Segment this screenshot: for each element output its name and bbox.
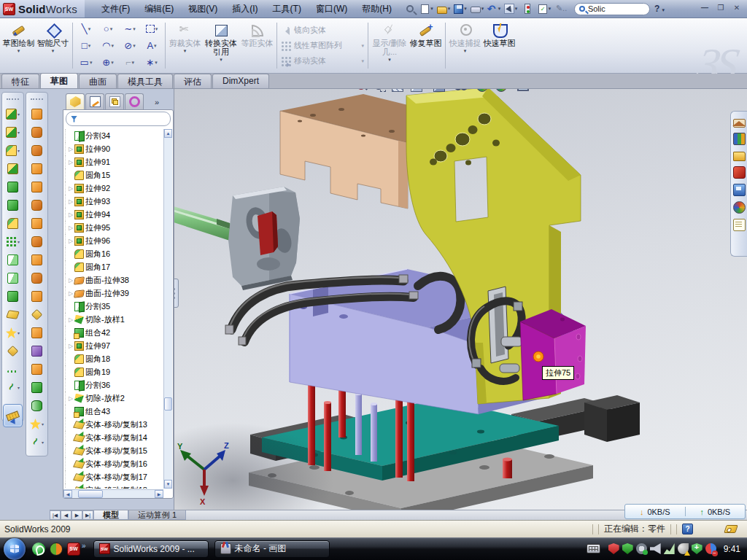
insert-block-magenta[interactable] [520, 309, 586, 400]
offset-surface-button[interactable] [28, 234, 46, 249]
menu-item-4[interactable]: 工具(T) [266, 1, 308, 18]
radiate-surface-button[interactable] [28, 252, 46, 268]
solidworks-resources-home-tab[interactable] [733, 119, 746, 128]
tree-item[interactable]: ▷ 曲面-拉伸38 [65, 273, 163, 287]
tree-item[interactable]: 实体-移动/复制16 [65, 457, 163, 470]
display-style-button[interactable]: ▾ [409, 89, 427, 93]
tray-network-signal-icon[interactable] [664, 543, 675, 554]
zoom-to-area-button[interactable] [373, 89, 386, 93]
tray-volume-speaker-icon[interactable] [650, 543, 661, 554]
tags-icon[interactable] [724, 525, 738, 533]
menu-item-5[interactable]: 窗口(W) [309, 1, 354, 18]
quick-tips-help-icon[interactable]: ? [682, 524, 693, 534]
restore-button[interactable]: ❐ [713, 2, 728, 13]
sketch-button[interactable]: 草图绘制▾ [1, 20, 36, 71]
quicklaunch-media-player-icon[interactable] [50, 542, 63, 556]
ellipse-tool[interactable]: ⊘▾ [119, 37, 141, 54]
corner-rectangle-tool[interactable]: □▾ [75, 37, 97, 54]
help-button[interactable]: ? ▾ [654, 4, 665, 14]
panel-splitter-handle[interactable] [174, 279, 179, 308]
section-view-button[interactable] [390, 89, 405, 93]
file-explorer-tab[interactable] [733, 152, 746, 161]
extruded-boss-button[interactable]: ▾ [4, 106, 22, 122]
view-tab-运动算例 1[interactable]: 运动算例 1 [128, 510, 186, 520]
swept-surface-button[interactable] [28, 143, 46, 158]
tab-nav-prev-button[interactable]: ◀ [61, 510, 71, 520]
close-button[interactable]: ✕ [729, 2, 744, 13]
point-tool[interactable]: ∗▾ [141, 54, 163, 71]
pin-icon[interactable] [403, 2, 417, 15]
open-folder-icon[interactable]: ▾ [436, 2, 451, 15]
new-document-icon[interactable]: ▾ [419, 2, 434, 15]
axis-button[interactable] [4, 362, 22, 377]
tree-item[interactable]: 实体-移动/复制15 [65, 444, 163, 457]
scroll-down-arrow[interactable]: ▼ [164, 480, 172, 489]
tray-security-alert-red-shield-icon[interactable] [608, 543, 619, 554]
scroll-thumb[interactable] [164, 397, 172, 411]
start-button-orb[interactable] [4, 538, 26, 560]
selection-box-tool[interactable]: ▾ [141, 20, 163, 37]
dome-button[interactable] [4, 216, 22, 231]
linear-pattern-button[interactable]: ▾ [4, 234, 22, 249]
hide-show-items-button[interactable]: ▾ [454, 89, 471, 93]
extruded-cut-button[interactable]: ▾ [4, 125, 22, 140]
untrim-surface-button[interactable] [28, 362, 46, 377]
extend-surface-button[interactable] [28, 325, 46, 341]
expand-arrow-icon[interactable]: ▷ [67, 211, 74, 218]
tree-item[interactable]: 组合42 [65, 326, 163, 339]
hscroll-thumb[interactable] [78, 490, 103, 498]
tab-nav-first-button[interactable]: |◀ [50, 510, 61, 520]
reference-geometry-button[interactable]: ▾ [4, 325, 22, 341]
pen-small-icon[interactable]: ✎.. [554, 2, 568, 15]
curves-button[interactable]: ▾ [28, 435, 46, 450]
document-restore-button[interactable]: ❐ [709, 89, 723, 91]
tree-item[interactable]: ▷ 切除-放样2 [65, 392, 163, 405]
tab-nav-next-button[interactable]: ▶ [71, 510, 82, 520]
tree-filter-input[interactable] [66, 112, 171, 126]
expand-arrow-icon[interactable]: ▷ [67, 238, 74, 244]
save-disk-icon[interactable]: ▾ [453, 2, 468, 15]
tray-update-gear-icon[interactable] [636, 543, 647, 554]
tree-vertical-scrollbar[interactable]: ▲ ▼ [163, 129, 172, 489]
tray-satellite-warning-icon[interactable] [678, 543, 689, 554]
perimeter-circle-tool[interactable]: ⊕▾ [97, 54, 119, 71]
tray-antivirus-green-shield-icon[interactable] [622, 543, 633, 554]
tree-item[interactable]: 实体-移动/复制13 [65, 418, 163, 431]
toolbox-tab[interactable] [733, 166, 746, 179]
menu-item-3[interactable]: 插入(I) [225, 1, 264, 18]
cut-with-surface-button[interactable] [28, 307, 46, 322]
save-bodies-button[interactable] [4, 271, 22, 286]
smart-dimension-button[interactable]: 智能尺寸▾ [36, 20, 70, 71]
tree-item[interactable]: ▷ 拉伸90 [65, 142, 163, 155]
thicken-button[interactable] [28, 289, 46, 304]
tree-item[interactable]: 组合43 [65, 405, 163, 418]
menu-item-6[interactable]: 帮助(H) [355, 1, 398, 18]
minimize-button[interactable]: — [697, 2, 712, 13]
tree-item[interactable]: ▷ 切除-放样1 [65, 313, 163, 326]
quicklaunch-messenger-icon[interactable] [32, 542, 45, 556]
command-tab-评估[interactable]: 评估 [174, 74, 212, 88]
revolved-surface-button[interactable] [28, 125, 46, 140]
menu-item-1[interactable]: 编辑(E) [138, 1, 180, 18]
tree-item[interactable]: 分割35 [65, 300, 163, 313]
planar-surface-button[interactable] [28, 216, 46, 231]
expand-arrow-icon[interactable]: ▷ [67, 316, 74, 323]
panel-tabs-overflow[interactable]: » [155, 98, 159, 109]
edit-appearance-button[interactable]: ▾ [494, 89, 512, 93]
tab-nav-last-button[interactable]: ▶| [82, 510, 93, 520]
language-keyboard-icon[interactable] [587, 544, 600, 553]
clamp-block-right[interactable] [584, 395, 640, 442]
configurationmanager-tab[interactable] [105, 93, 124, 109]
tree-item[interactable]: ▷ 拉伸93 [65, 195, 163, 208]
appearances-scenes-tab[interactable] [733, 201, 746, 214]
centerpoint-arc-tool[interactable]: ◠▾ [97, 37, 119, 54]
sketch-text-tool[interactable]: A▾ [141, 37, 163, 54]
view-settings-button[interactable]: ▾ [516, 89, 534, 92]
tree-item[interactable]: ▷ 拉伸94 [65, 208, 163, 221]
quick-launch-overflow[interactable]: » [82, 542, 86, 550]
expand-arrow-icon[interactable]: ▷ [67, 146, 74, 152]
view-palette-tab[interactable] [733, 184, 746, 196]
tray-health-green-shield-icon[interactable] [692, 543, 703, 554]
expand-arrow-icon[interactable]: ▷ [67, 225, 74, 231]
sprue-pin-short[interactable] [503, 457, 512, 478]
